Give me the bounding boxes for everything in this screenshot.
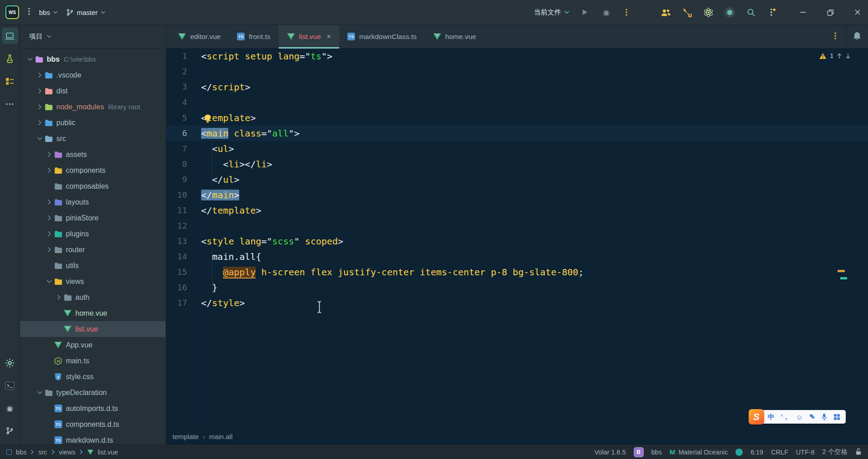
tree-closed-chevron-icon[interactable] <box>44 151 54 157</box>
status-encoding[interactable]: UTF-8 <box>796 449 814 456</box>
code-line-11[interactable]: 11</template> <box>166 203 868 218</box>
tree-item-plugins[interactable]: plugins <box>20 226 166 242</box>
status-badge[interactable]: B <box>634 447 644 457</box>
code-line-5[interactable]: 5<template> <box>166 110 868 126</box>
prev-warning-arrow-icon[interactable] <box>837 53 842 59</box>
virtual-keyboard-icon[interactable] <box>833 414 840 420</box>
tree-closed-chevron-icon[interactable] <box>35 104 44 110</box>
line-number[interactable]: 16 <box>166 280 200 295</box>
search-icon[interactable] <box>745 6 757 18</box>
tree-item-auth[interactable]: auth <box>20 289 166 305</box>
line-number[interactable]: 12 <box>166 218 200 234</box>
play-icon[interactable] <box>579 6 591 18</box>
tree-item-layouts[interactable]: layouts <box>20 194 166 210</box>
atom-icon[interactable] <box>702 6 714 18</box>
tree-open-chevron-icon[interactable] <box>35 391 44 395</box>
tab-close-icon[interactable]: × <box>327 33 331 40</box>
emoji-icon[interactable]: ☺ <box>796 413 803 421</box>
line-number[interactable]: 5 <box>166 110 200 126</box>
breadcrumb-template[interactable]: template <box>173 433 199 440</box>
tool-window-problems-icon[interactable] <box>2 400 18 416</box>
tree-item-assets[interactable]: assets <box>20 146 166 162</box>
scrollbar-warning-mark[interactable] <box>838 270 845 272</box>
tab-editor-vue[interactable]: editor.vue <box>170 25 229 48</box>
inspection-widget[interactable]: 1 <box>819 52 851 59</box>
tree-item-vscode[interactable]: .vscode <box>20 67 166 83</box>
line-number[interactable]: 4 <box>166 95 200 110</box>
code-line-13[interactable]: 13<style lang="scss" scoped> <box>166 234 868 249</box>
code-line-4[interactable]: 4 <box>166 95 868 110</box>
line-number[interactable]: 7 <box>166 141 200 156</box>
status-plugin[interactable]: Volar 1.6.5 <box>594 449 626 456</box>
line-number[interactable]: 14 <box>166 249 200 264</box>
tree-item-components[interactable]: components <box>20 162 166 178</box>
tree-item-style-css[interactable]: 3style.css <box>20 369 166 385</box>
mic-icon[interactable] <box>821 413 827 421</box>
tree-item-dist[interactable]: dist <box>20 83 166 99</box>
line-number[interactable]: 15 <box>166 264 200 280</box>
tree-item-utils[interactable]: utils <box>20 258 166 273</box>
settings-more-icon[interactable] <box>766 6 778 18</box>
status-path-views[interactable]: views <box>59 449 75 456</box>
line-number[interactable]: 8 <box>166 156 200 172</box>
code-line-3[interactable]: 3</script> <box>166 79 868 95</box>
tab-home-vue[interactable]: home.vue <box>425 25 484 48</box>
tree-closed-chevron-icon[interactable] <box>44 167 54 173</box>
tree-item-markdown-d-ts[interactable]: TSmarkdown.d.ts <box>20 432 166 444</box>
run-more-icon[interactable] <box>621 6 633 18</box>
pen-icon[interactable]: ✎ <box>809 413 815 421</box>
project-panel-header[interactable]: 项目 <box>20 25 166 49</box>
code-line-12[interactable]: 12 <box>166 218 868 234</box>
maximize-icon[interactable] <box>824 6 836 18</box>
people-icon[interactable] <box>660 6 671 18</box>
tool-window-version-control-icon[interactable] <box>2 423 18 439</box>
project-selector[interactable]: bbs <box>39 9 58 16</box>
tab-options-kebab-icon[interactable] <box>834 32 837 42</box>
line-number[interactable]: 11 <box>166 203 200 218</box>
tool-window-flask-icon[interactable] <box>2 50 18 67</box>
code-line-9[interactable]: 9 </ul> <box>166 172 868 187</box>
code-line-1[interactable]: 1<script setup lang="ts"> <box>166 49 868 64</box>
notifications-bell-icon[interactable] <box>853 31 861 42</box>
code-line-14[interactable]: 14 main.all{ <box>166 249 868 264</box>
tree-open-chevron-icon[interactable] <box>44 279 54 283</box>
tree-item-main-ts[interactable]: JSmain.ts <box>20 353 166 369</box>
intention-bulb-icon[interactable] <box>204 114 212 126</box>
line-number[interactable]: 9 <box>166 172 200 187</box>
tree-closed-chevron-icon[interactable] <box>44 215 54 221</box>
minimize-icon[interactable] <box>797 6 809 18</box>
code-line-2[interactable]: 2 <box>166 64 868 79</box>
chinese-mode-icon[interactable]: 中 <box>768 413 774 421</box>
tree-item-list-vue[interactable]: list.vue <box>20 321 166 337</box>
tree-closed-chevron-icon[interactable] <box>54 294 63 300</box>
tree-item-router[interactable]: router <box>20 242 166 258</box>
tool-window-project-icon[interactable] <box>2 28 18 44</box>
breadcrumb-main-all[interactable]: main.all <box>209 433 233 440</box>
branch-selector[interactable]: master <box>66 9 105 16</box>
scrollbar-caret-mark[interactable] <box>840 277 847 279</box>
run-config-selector[interactable]: 当前文件 <box>534 8 569 17</box>
code-line-8[interactable]: 8 <li></li> <box>166 156 868 172</box>
code-line-15[interactable]: 15 @apply h-screen flex justify-center i… <box>166 264 868 280</box>
tree-item-piniastore[interactable]: piniaStore <box>20 210 166 226</box>
status-path-list-vue[interactable]: list.vue <box>98 449 118 456</box>
tree-closed-chevron-icon[interactable] <box>44 231 54 237</box>
status-project[interactable]: bbs <box>651 449 662 456</box>
punctuation-icon[interactable]: ’， <box>781 413 789 421</box>
status-theme[interactable]: M Material Oceanic <box>670 448 728 456</box>
tab-front-ts[interactable]: TSfront.ts <box>229 25 278 48</box>
tree-item-typedeclaration[interactable]: typeDeclaration <box>20 385 166 400</box>
status-indent[interactable]: 2 个空格 <box>822 448 848 456</box>
record-icon[interactable] <box>724 6 735 18</box>
line-number[interactable]: 13 <box>166 234 200 249</box>
status-line-separator[interactable]: CRLF <box>771 449 788 456</box>
tab-markdownclass-ts[interactable]: TSmarkdownClass.ts <box>339 25 425 48</box>
status-caret-position[interactable]: 6:19 <box>750 449 763 456</box>
tool-window-terminal-icon[interactable] <box>2 377 18 394</box>
code-line-17[interactable]: 17</style> <box>166 295 868 311</box>
status-path-src[interactable]: src <box>38 449 47 456</box>
line-number[interactable]: 17 <box>166 295 200 311</box>
tree-item-autoimports-d-ts[interactable]: TSautoImports.d.ts <box>20 400 166 416</box>
tree-closed-chevron-icon[interactable] <box>35 72 44 78</box>
code-line-16[interactable]: 16 } <box>166 280 868 295</box>
